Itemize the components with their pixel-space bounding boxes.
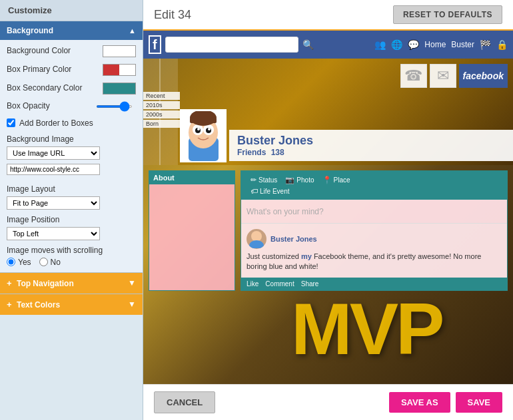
save-button[interactable]: SAVE	[456, 392, 502, 413]
fb-cover: Recent 2010s 2000s Born ☎ ✉	[143, 59, 513, 165]
fb-status-label: Status	[258, 176, 277, 184]
fb-globe-icon: 🌐	[391, 39, 402, 50]
save-buttons: SAVE AS SAVE	[389, 392, 502, 413]
fb-navbar: f 🔍 👥 🌐 💬 Home Buster 🏁 🔒	[143, 31, 513, 59]
fb-lock-icon: 🔒	[496, 39, 508, 50]
fb-photo-action[interactable]: 📷 Photo	[281, 174, 318, 186]
top-nav-plus-icon: +	[7, 278, 12, 288]
image-layout-select-row: Fit to Page	[7, 196, 136, 210]
fb-post-placeholder: What's on your mind?	[247, 207, 324, 216]
fb-home-link[interactable]: Home	[424, 40, 446, 49]
fb-nav-icons: 👥 🌐 💬 Home Buster 🏁 🔒	[374, 39, 508, 50]
image-url-select-row: Use Image URL	[7, 146, 136, 160]
image-url-input[interactable]	[7, 164, 100, 175]
box-primary-label: Box Primary Color	[7, 65, 103, 75]
fb-buster-link[interactable]: Buster	[451, 40, 474, 49]
fb-cover-action-2[interactable]: ✉	[430, 64, 456, 88]
fb-people-icon: 👥	[374, 39, 386, 50]
fb-status-action[interactable]: ✏ Status	[247, 174, 281, 186]
fb-photo-label: Photo	[296, 176, 314, 184]
save-as-button[interactable]: SAVE AS	[389, 392, 450, 413]
text-colors-section: + Text Colors ▼	[0, 294, 143, 315]
fb-post-input[interactable]: What's on your mind?	[241, 200, 507, 223]
fb-life-event-label: Life Event	[260, 188, 289, 195]
fb-avatar-box	[180, 109, 227, 162]
fb-life-event-action[interactable]: 🏷 Life Event	[247, 186, 502, 196]
no-radio-label: No	[39, 258, 61, 267]
top-nav-header[interactable]: + Top Navigation ▼	[0, 273, 143, 294]
box-secondary-label: Box Secondary Color	[7, 83, 103, 94]
yes-radio[interactable]	[7, 258, 15, 266]
image-position-label: Image Position	[7, 215, 136, 224]
fb-photo-icon: 📷	[285, 176, 294, 184]
box-primary-row: Box Primary Color	[7, 64, 136, 76]
fb-facebook-logo-box: facebook	[459, 64, 508, 88]
fb-logo: f	[149, 35, 161, 54]
top-nav-arrow-icon: ▼	[128, 278, 136, 288]
fb-preview-inner: MVP f 🔍 👥 🌐 💬 Home Buster 🏁 🔒	[143, 31, 513, 384]
image-layout-label: Image Layout	[7, 184, 136, 194]
fb-timeline-recent: Recent	[143, 92, 180, 100]
fb-status-icon: ✏	[251, 176, 256, 184]
fb-like-link[interactable]: Like	[247, 280, 258, 288]
fb-post-actions-bar: ✏ Status 📷 Photo 📍 Place 🏷	[241, 171, 507, 200]
text-colors-header[interactable]: + Text Colors ▼	[0, 294, 143, 315]
image-layout-select[interactable]: Fit to Page	[7, 196, 100, 210]
fb-post-text: Just customized my Facebook theme, and i…	[247, 252, 502, 272]
fb-timeline-labels: Recent 2010s 2000s Born	[143, 92, 180, 128]
background-section-label: Background	[7, 26, 53, 35]
fb-comment-link[interactable]: Comment	[265, 280, 294, 288]
fb-profile-overlay: Buster Jones Friends 138	[180, 109, 513, 165]
fb-timeline-2000s: 2000s	[143, 110, 180, 118]
text-colors-plus-icon: +	[7, 300, 12, 310]
fb-chat-icon: 💬	[408, 39, 419, 50]
svg-point-6	[197, 128, 200, 130]
fb-search-input[interactable]	[165, 37, 298, 53]
image-position-select[interactable]: Top Left	[7, 227, 100, 240]
fb-profile-friends: Friends 138	[237, 148, 505, 157]
text-colors-arrow-icon: ▼	[128, 300, 136, 309]
image-layout-section: Image Layout Fit to Page	[7, 184, 136, 210]
background-arrow-icon: ▲	[129, 27, 136, 35]
reset-button[interactable]: RESET TO DEFAULTS	[393, 5, 502, 24]
svg-rect-9	[190, 118, 217, 123]
fb-cover-bg: Recent 2010s 2000s Born ☎ ✉	[143, 59, 513, 165]
fb-post-avatar	[247, 229, 266, 249]
yes-label: Yes	[18, 258, 31, 267]
fb-place-action[interactable]: 📍 Place	[318, 174, 354, 186]
right-footer: CANCEL SAVE AS SAVE	[143, 384, 513, 420]
left-panel: Customize Background ▲ Background Color …	[0, 0, 143, 420]
svg-point-11	[249, 240, 264, 248]
add-border-checkbox[interactable]	[7, 118, 15, 127]
bg-color-label: Background Color	[7, 46, 103, 57]
background-section-content: Background Color Box Primary Color Box S…	[0, 40, 143, 272]
image-moves-radio-row: Yes No	[7, 258, 136, 267]
fb-share-link[interactable]: Share	[301, 280, 319, 288]
mvp-text: MVP	[291, 286, 442, 371]
background-section-header[interactable]: Background ▲	[0, 21, 143, 40]
svg-point-10	[251, 231, 262, 242]
fb-post-footer: Like Comment Share	[241, 278, 507, 290]
right-header: Edit 34 RESET TO DEFAULTS	[143, 0, 513, 31]
fb-avatar-svg	[182, 111, 225, 161]
box-primary-swatch[interactable]	[103, 64, 136, 76]
cancel-button[interactable]: CANCEL	[154, 391, 215, 413]
box-opacity-slider[interactable]	[96, 105, 133, 108]
yes-radio-label: Yes	[7, 258, 31, 267]
image-moves-label: Image moves with scrolling	[7, 246, 136, 255]
image-position-section: Image Position Top Left	[7, 215, 136, 240]
fb-post-box: ✏ Status 📷 Photo 📍 Place 🏷	[241, 170, 508, 291]
fb-timeline-born: Born	[143, 120, 180, 128]
image-url-select[interactable]: Use Image URL	[7, 146, 100, 160]
fb-flag-icon: 🏁	[480, 39, 491, 50]
box-secondary-swatch[interactable]	[103, 83, 136, 95]
box-secondary-row: Box Secondary Color	[7, 83, 136, 95]
fb-cover-action-1[interactable]: ☎	[400, 64, 427, 88]
no-radio[interactable]	[39, 258, 48, 266]
bg-image-section: Background Image Use Image URL	[7, 134, 136, 179]
text-colors-label: Text Colors	[17, 300, 60, 310]
fb-content-area: About ✏ Status 📷 Photo	[143, 165, 513, 296]
bg-color-swatch[interactable]	[103, 45, 136, 57]
fb-post-item: Buster Jones Just customized my Facebook…	[241, 223, 507, 278]
fb-profile-name: Buster Jones	[237, 134, 505, 148]
